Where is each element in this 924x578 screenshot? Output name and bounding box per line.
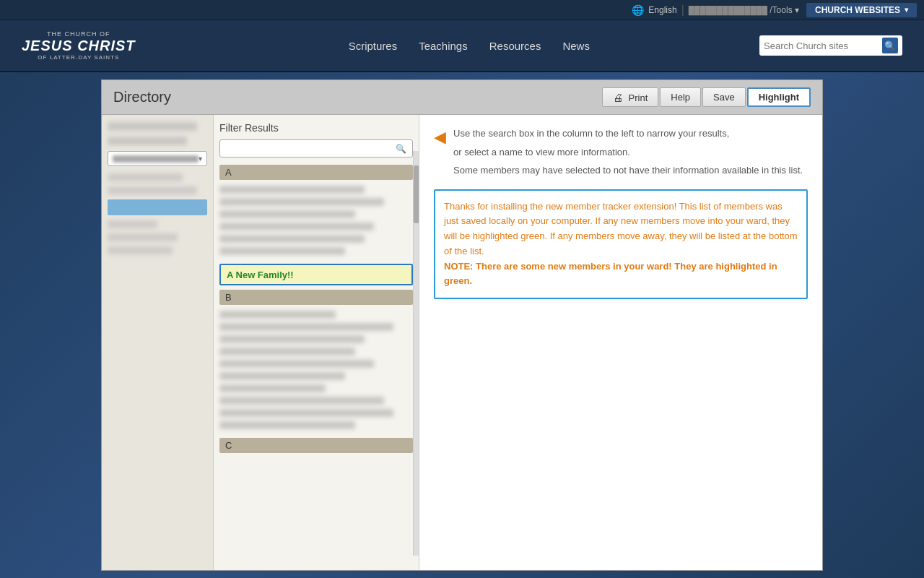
language-section: 🌐 English [632,4,676,16]
tools-text[interactable]: /Tools [770,5,792,15]
help-label: Help [671,92,690,103]
nav-news[interactable]: News [562,37,590,55]
middle-panel: Filter Results 🔍 A A New Family!! B [214,115,419,570]
nav-links: Scriptures Teachings Resources News [179,37,759,55]
list-item[interactable] [219,186,365,194]
alpha-header-a: A [219,165,413,180]
filter-title: Filter Results [219,122,413,134]
list-item[interactable] [219,409,393,417]
main-header: THE CHURCH OF JESUS CHRIST OF LATTER-DAY… [0,20,924,72]
content-body: ▾ Filter Results 🔍 A [102,115,822,570]
nav-resources[interactable]: Resources [489,37,541,55]
list-item[interactable] [219,198,384,206]
sidebar-item-1[interactable] [108,173,183,181]
sidebar-blurred-2 [108,137,187,145]
info-text-3: Some members may have selected to not ha… [453,163,803,178]
chevron-down-icon: ▾ [199,155,202,163]
list-item[interactable] [219,247,345,255]
list-item[interactable] [219,235,365,243]
sidebar-dropdown[interactable]: ▾ [108,151,207,166]
back-arrow-button[interactable]: ◀ [434,128,446,147]
filter-search-box[interactable]: 🔍 [219,139,413,158]
filter-search-input[interactable] [226,143,396,154]
sidebar-blurred-1 [108,122,197,131]
right-panel: ◀ Use the search box in the column to th… [419,115,822,570]
list-item[interactable] [219,323,393,331]
english-label[interactable]: English [648,5,676,15]
globe-icon: 🌐 [632,4,644,16]
church-websites-button[interactable]: CHURCH WEBSITES ▾ [806,3,917,17]
print-button[interactable]: 🖨 Print [602,87,658,107]
logo-latter-day: OF LATTER-DAY SAINTS [38,54,119,61]
scrollbar-track[interactable] [413,151,419,556]
save-button[interactable]: Save [702,87,746,107]
save-label: Save [713,92,735,103]
filter-search-icon: 🔍 [396,144,406,154]
alpha-header-b: B [219,290,413,305]
church-websites-label: CHURCH WEBSITES [815,5,900,15]
search-icon: 🔍 [884,40,896,51]
sidebar-item-2[interactable] [108,186,197,194]
info-text-2: or select a name to view more informatio… [453,145,803,160]
nav-scriptures[interactable]: Scriptures [349,37,398,55]
list-item[interactable] [219,348,355,355]
info-block: Use the search box in the column to the … [453,126,803,182]
left-sidebar: ▾ [102,115,214,570]
logo-jesus-christ: JESUS CHRIST [22,38,136,54]
list-item[interactable] [219,223,374,230]
highlight-label: Highlight [759,92,799,103]
list-item[interactable] [219,384,326,392]
top-bar: 🌐 English | ██████████████ /Tools ▾ CHUR… [0,0,924,20]
tools-caret: ▾ [795,5,799,15]
site-search[interactable]: 🔍 [759,35,902,56]
toolbar-buttons: 🖨 Print Help Save Highlight [602,87,811,107]
logo-church-of: THE CHURCH OF [47,30,110,38]
nav-teachings[interactable]: Teachings [419,37,468,55]
sidebar-item-selected[interactable] [108,199,207,215]
directory-header: Directory 🖨 Print Help Save Highlight [102,80,822,115]
search-button[interactable]: 🔍 [882,38,898,53]
sidebar-item-4[interactable] [108,233,178,241]
dropdown-text [113,155,199,163]
tracker-notification-box: Thanks for installing the new member tra… [434,189,808,300]
list-item[interactable] [219,421,355,429]
tracker-text: Thanks for installing the new member tra… [444,199,798,259]
scrollbar-thumb[interactable] [414,165,419,223]
list-item[interactable] [219,372,345,380]
info-text-1: Use the search box in the column to the … [453,126,803,141]
help-button[interactable]: Help [660,87,701,107]
list-item[interactable] [219,397,384,405]
tools-label: ██████████████ [689,6,767,14]
alpha-header-c: C [219,438,413,453]
divider: | [681,4,684,17]
tools-section[interactable]: ██████████████ /Tools ▾ [689,5,799,15]
tracker-note-text: NOTE: There are some new members in your… [444,259,798,290]
printer-icon: 🖨 [613,92,623,103]
page-title: Directory [113,89,602,105]
list-item[interactable] [219,210,355,218]
main-content: Directory 🖨 Print Help Save Highlight [101,79,823,571]
print-label: Print [629,92,648,103]
search-input[interactable] [764,40,879,51]
logo: THE CHURCH OF JESUS CHRIST OF LATTER-DAY… [22,30,136,61]
new-family-row[interactable]: A New Family!! [219,264,413,285]
highlight-button[interactable]: Highlight [747,87,811,107]
list-item[interactable] [219,311,336,319]
sidebar-item-3[interactable] [108,220,157,228]
list-item[interactable] [219,335,365,343]
church-websites-caret: ▾ [905,6,908,14]
new-family-label: A New Family!! [227,269,294,280]
sidebar-item-5[interactable] [108,246,173,254]
list-item[interactable] [219,360,374,368]
